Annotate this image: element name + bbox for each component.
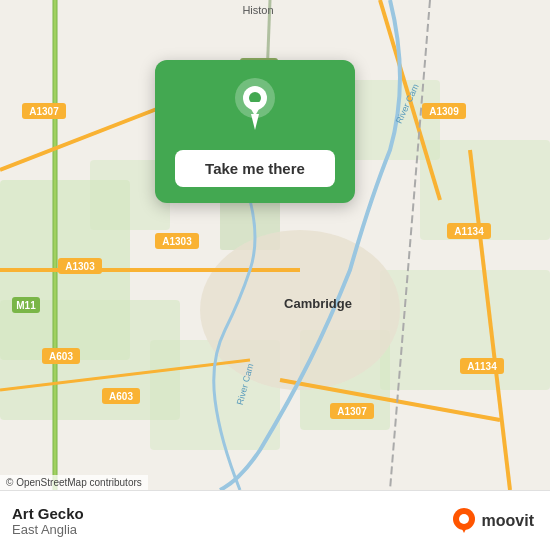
moovit-text: moovit bbox=[482, 512, 534, 530]
svg-text:A603: A603 bbox=[49, 351, 73, 362]
moovit-logo[interactable]: moovit bbox=[450, 507, 534, 535]
pin-icon-wrapper bbox=[233, 78, 277, 136]
svg-text:Histon: Histon bbox=[242, 4, 273, 16]
svg-text:A1307: A1307 bbox=[337, 406, 367, 417]
svg-text:A1307: A1307 bbox=[29, 106, 59, 117]
svg-text:A1309: A1309 bbox=[429, 106, 459, 117]
location-pin-icon bbox=[233, 78, 277, 132]
svg-text:A603: A603 bbox=[109, 391, 133, 402]
moovit-icon bbox=[450, 507, 478, 535]
svg-text:A1134: A1134 bbox=[454, 226, 484, 237]
svg-text:A1303: A1303 bbox=[162, 236, 192, 247]
svg-text:A1134: A1134 bbox=[467, 361, 497, 372]
location-info: Art Gecko East Anglia bbox=[12, 505, 84, 537]
popup-card[interactable]: Take me there bbox=[155, 60, 355, 203]
info-bar: Art Gecko East Anglia moovit bbox=[0, 490, 550, 550]
svg-text:A1303: A1303 bbox=[65, 261, 95, 272]
svg-point-53 bbox=[459, 514, 469, 524]
map-container: A1307 A1303 A1303 A603 A603 M11 A1309 A1… bbox=[0, 0, 550, 490]
location-region: East Anglia bbox=[12, 522, 84, 537]
svg-text:Cambridge: Cambridge bbox=[284, 296, 352, 311]
svg-marker-51 bbox=[251, 114, 259, 130]
take-me-there-button[interactable]: Take me there bbox=[175, 150, 335, 187]
location-name: Art Gecko bbox=[12, 505, 84, 522]
svg-text:M11: M11 bbox=[16, 300, 36, 311]
